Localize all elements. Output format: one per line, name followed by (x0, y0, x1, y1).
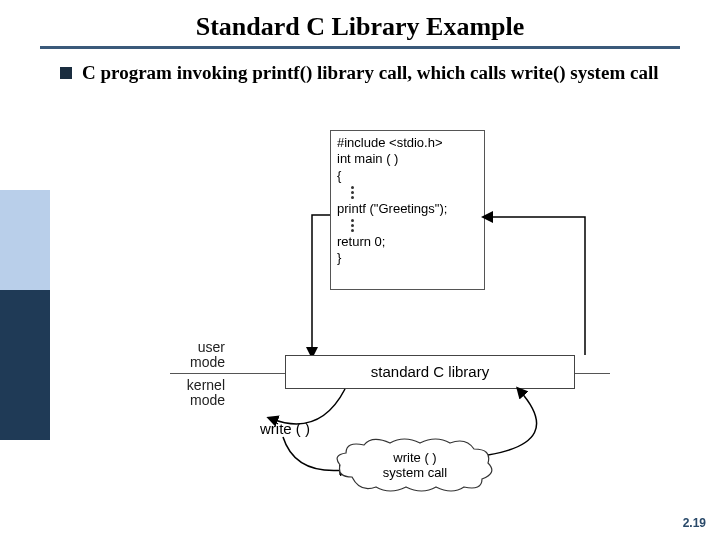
mode-kernel-label: kernelmode (165, 378, 225, 409)
page-number: 2.19 (683, 516, 706, 530)
arrow-lib-to-printf (485, 213, 605, 363)
code-return: return 0; (337, 234, 478, 250)
ellipsis-icon (337, 217, 478, 234)
title-underline (40, 46, 680, 49)
diagram: #include <stdio.h> int main ( ) { printf… (170, 125, 630, 515)
mode-user-label: usermode (165, 340, 225, 371)
bullet-square-icon (60, 67, 72, 79)
bullet-item: C program invoking printf() library call… (60, 61, 660, 85)
sidebar-decoration (0, 190, 50, 440)
code-printf: printf ("Greetings"); (337, 201, 478, 217)
syscall-cloud: write ( ) system call (340, 443, 490, 491)
code-close-brace: } (337, 250, 478, 266)
cloud-line1: write ( ) (393, 450, 436, 465)
code-main: int main ( ) (337, 151, 478, 167)
ellipsis-icon (337, 184, 478, 201)
code-include: #include <stdio.h> (337, 135, 478, 151)
arrow-printf-to-lib (300, 215, 340, 365)
bullet-text: C program invoking printf() library call… (82, 61, 658, 85)
stdlib-box: standard C library (285, 355, 575, 389)
cloud-line2: system call (383, 465, 447, 480)
slide-title: Standard C Library Example (0, 0, 720, 46)
code-open-brace: { (337, 168, 478, 184)
code-box: #include <stdio.h> int main ( ) { printf… (330, 130, 485, 290)
